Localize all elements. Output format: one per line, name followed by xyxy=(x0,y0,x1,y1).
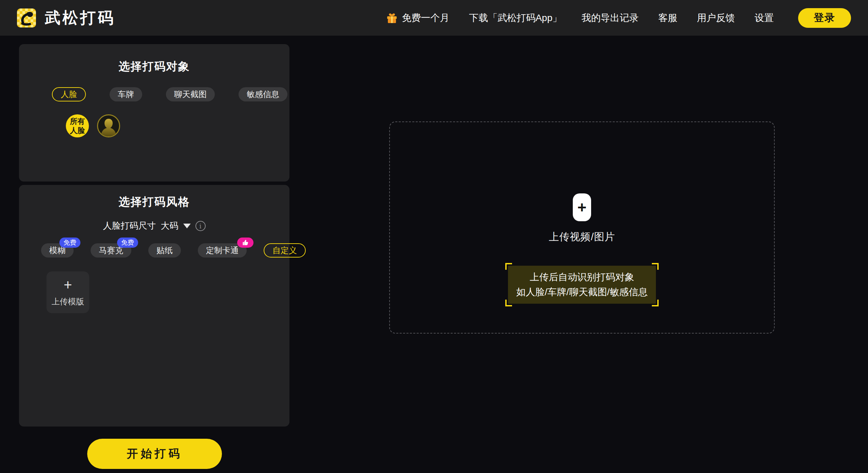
nav-item-settings[interactable]: 设置 xyxy=(755,12,774,24)
plus-icon xyxy=(64,278,72,292)
chevron-down-icon xyxy=(183,224,191,228)
face-size-dropdown[interactable]: 人脸打码尺寸 大码 xyxy=(103,220,191,232)
bracket-corner-icon xyxy=(505,263,512,270)
face-size-value: 大码 xyxy=(161,220,178,232)
nav-menu: 免费一个月 下载「武松打码App」 我的导出记录 客服 用户反馈 设置 登录 xyxy=(386,8,851,28)
free-badge: 免费 xyxy=(59,238,80,248)
hint-line-2: 如人脸/车牌/聊天截图/敏感信息 xyxy=(516,285,647,300)
navbar: 武松打码 免费一个月 下载「武松打码App」 我的导出记录 客服 xyxy=(0,0,868,36)
nav-item-label: 免费一个月 xyxy=(402,12,449,24)
target-chip-row: 人脸 车牌 聊天截图 敏感信息 xyxy=(52,87,287,101)
plus-icon xyxy=(578,200,587,215)
style-panel-title: 选择打码风格 xyxy=(19,185,289,210)
person-icon xyxy=(101,118,116,137)
dropzone-hint-box: 上传后自动识别打码对象 如人脸/车牌/聊天截图/敏感信息 xyxy=(508,266,656,304)
bracket-corner-icon xyxy=(505,300,512,306)
nav-item-label: 下载「武松打码App」 xyxy=(469,12,562,24)
mascot-logo-icon xyxy=(17,8,36,27)
style-chip-mosaic[interactable]: 免费 马赛克 xyxy=(91,243,131,258)
face-size-row: 人脸打码尺寸 大码 xyxy=(19,220,289,232)
style-chip-sticker[interactable]: 贴纸 xyxy=(148,243,181,258)
style-chip-custom-cartoon[interactable]: 定制卡通 xyxy=(198,243,247,258)
start-button[interactable]: 开始打码 xyxy=(87,439,222,469)
thumbs-up-icon xyxy=(242,239,249,246)
style-chip-label: 自定义 xyxy=(264,243,306,258)
style-chip-row: 免费 模糊 免费 马赛克 贴纸 定制卡通 自定义 xyxy=(41,243,306,258)
nav-item-export-records[interactable]: 我的导出记录 xyxy=(582,12,639,24)
upload-template-button[interactable]: 上传模版 xyxy=(46,271,89,313)
nav-item-feedback[interactable]: 用户反馈 xyxy=(697,12,735,24)
face-selection-row: 所有 人脸 xyxy=(66,114,120,137)
nav-item-label: 客服 xyxy=(658,12,677,24)
nav-item-label: 用户反馈 xyxy=(697,12,735,24)
app-page: 武松打码 免费一个月 下载「武松打码App」 我的导出记录 客服 xyxy=(0,0,868,473)
all-faces-chip[interactable]: 所有 人脸 xyxy=(66,114,89,137)
target-chip-face[interactable]: 人脸 xyxy=(52,87,86,101)
info-icon[interactable] xyxy=(195,221,206,231)
style-chip-customize[interactable]: 自定义 xyxy=(264,243,306,258)
style-chip-label: 贴纸 xyxy=(148,243,181,258)
nav-item-download-app[interactable]: 下载「武松打码App」 xyxy=(469,12,562,24)
style-chip-blur[interactable]: 免费 模糊 xyxy=(41,243,74,258)
bracket-corner-icon xyxy=(652,300,659,306)
face-avatar-thumb[interactable] xyxy=(97,114,120,137)
upload-plus-button[interactable] xyxy=(573,193,591,221)
face-size-label: 人脸打码尺寸 xyxy=(103,220,156,232)
upload-template-label: 上传模版 xyxy=(52,296,84,307)
target-chip-sensitive[interactable]: 敏感信息 xyxy=(239,87,287,101)
all-faces-line2: 人脸 xyxy=(70,126,85,135)
upload-dropzone[interactable]: 上传视频/图片 上传后自动识别打码对象 如人脸/车牌/聊天截图/敏感信息 xyxy=(389,121,775,334)
hint-line-1: 上传后自动识别打码对象 xyxy=(516,270,647,285)
target-chip-chat[interactable]: 聊天截图 xyxy=(166,87,215,101)
brand-title: 武松打码 xyxy=(45,7,115,29)
brand-link[interactable]: 武松打码 xyxy=(17,7,115,29)
nav-item-support[interactable]: 客服 xyxy=(658,12,677,24)
nav-item-label: 设置 xyxy=(755,12,774,24)
bracket-corner-icon xyxy=(652,263,659,270)
target-chip-plate[interactable]: 车牌 xyxy=(110,87,142,101)
all-faces-line1: 所有 xyxy=(70,117,85,126)
nav-item-label: 我的导出记录 xyxy=(582,12,639,24)
login-button[interactable]: 登录 xyxy=(798,8,851,28)
dropzone-hint: 上传后自动识别打码对象 如人脸/车牌/聊天截图/敏感信息 xyxy=(505,263,658,306)
style-panel: 选择打码风格 人脸打码尺寸 大码 免费 模糊 免费 马赛克 贴纸 xyxy=(19,185,289,427)
target-panel: 选择打码对象 人脸 车牌 聊天截图 敏感信息 所有 人脸 xyxy=(19,44,289,182)
target-panel-title: 选择打码对象 xyxy=(19,44,289,74)
nav-item-free-month[interactable]: 免费一个月 xyxy=(386,12,449,24)
free-badge: 免费 xyxy=(117,238,138,248)
recommended-badge xyxy=(237,238,253,248)
dropzone-title: 上传视频/图片 xyxy=(549,230,615,244)
gift-icon xyxy=(386,12,398,24)
